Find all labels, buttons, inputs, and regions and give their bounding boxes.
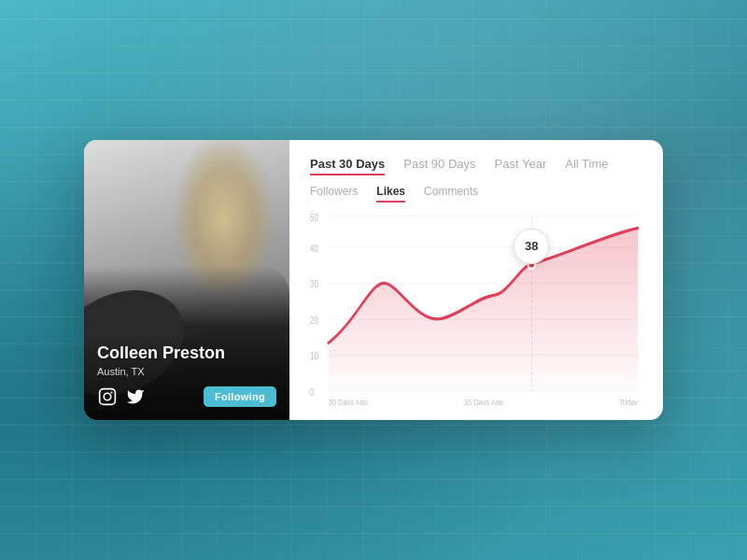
svg-point-1	[104, 393, 111, 400]
profile-card: Colleen Preston Austin, TX	[84, 140, 663, 420]
tab-past30[interactable]: Past 30 Days	[310, 157, 385, 175]
metric-tabs: Followers Likes Comments	[310, 185, 642, 203]
profile-name: Colleen Preston	[97, 343, 276, 364]
svg-text:10: 10	[310, 351, 318, 361]
svg-rect-0	[100, 389, 116, 405]
twitter-icon[interactable]	[125, 386, 146, 407]
svg-point-2	[111, 391, 113, 393]
svg-text:20: 20	[310, 315, 318, 326]
svg-text:40: 40	[310, 244, 318, 254]
tab-past90[interactable]: Past 90 Days	[403, 157, 475, 175]
svg-text:15 Days Ago: 15 Days Ago	[464, 397, 503, 405]
chart-area: 0 10 20 30 40 50	[310, 214, 642, 405]
svg-text:30: 30	[310, 279, 318, 289]
instagram-icon[interactable]	[97, 386, 118, 407]
chart-tooltip: 38	[514, 229, 549, 264]
svg-text:50: 50	[310, 214, 318, 223]
profile-section: Colleen Preston Austin, TX	[84, 140, 289, 420]
stats-section: Past 30 Days Past 90 Days Past Year All …	[289, 140, 663, 420]
profile-actions: Following	[97, 386, 276, 407]
following-button[interactable]: Following	[204, 386, 276, 407]
tab-likes[interactable]: Likes	[376, 185, 405, 203]
profile-location: Austin, TX	[97, 366, 276, 377]
profile-overlay: Colleen Preston Austin, TX	[84, 332, 289, 420]
tab-comments[interactable]: Comments	[424, 185, 478, 203]
tab-all-time[interactable]: All Time	[565, 157, 608, 175]
svg-text:0: 0	[310, 387, 314, 398]
tab-past-year[interactable]: Past Year	[495, 157, 547, 175]
svg-text:30 Days Ago: 30 Days Ago	[329, 397, 368, 405]
tab-followers[interactable]: Followers	[310, 185, 358, 203]
svg-text:Today: Today	[619, 397, 638, 405]
line-chart: 0 10 20 30 40 50	[310, 214, 642, 405]
tooltip-value: 38	[525, 239, 538, 253]
time-tabs: Past 30 Days Past 90 Days Past Year All …	[310, 157, 642, 175]
